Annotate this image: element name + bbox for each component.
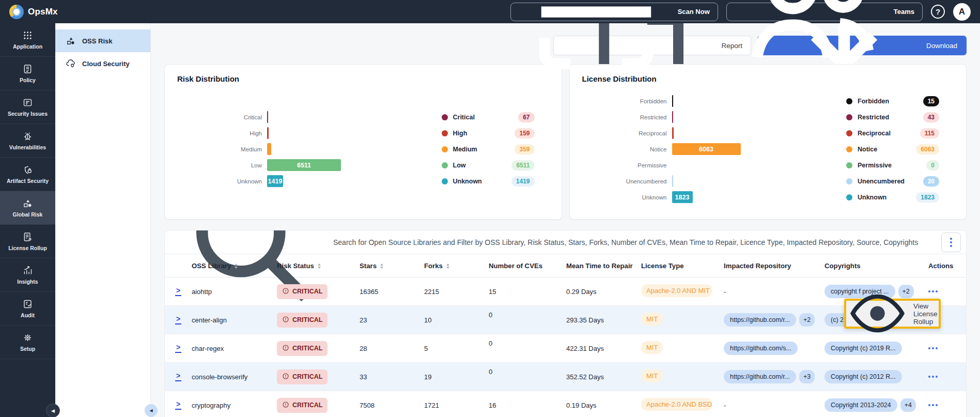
oss-library-cell: console-browserify (192, 373, 277, 381)
license-distribution-bars: Forbidden Restricted Reciprocal Notice 6… (570, 95, 847, 203)
help-button[interactable]: ? (931, 5, 945, 19)
sidebar-nav: Application Policy Security Issues Vulne… (0, 23, 55, 417)
column-header-actions: Actions (925, 262, 966, 270)
row-expand-chevron-icon[interactable]: > (175, 400, 181, 410)
sort-icon[interactable] (235, 264, 238, 269)
alert-circle-icon (282, 373, 289, 381)
legend-count-badge: 159 (515, 128, 534, 138)
actions-cell (925, 347, 966, 349)
column-header-forks[interactable]: Forks (424, 262, 489, 270)
row-expand-chevron-icon[interactable]: > (175, 344, 181, 353)
table-menu-button[interactable] (941, 233, 961, 252)
column-header-stars[interactable]: Stars (360, 262, 424, 270)
repo-more-pill[interactable]: +2 (799, 313, 815, 327)
impacted-repo-cell: https://github.com/s... (724, 342, 825, 355)
legend-reciprocal: Reciprocal 115 (846, 128, 939, 139)
column-header-license-type: License Type (641, 262, 724, 270)
legend-unknown: Unknown 1823 (846, 192, 939, 203)
insights-icon (22, 265, 33, 276)
copyrights-cell: Copyright (c) 2012 R... (825, 370, 925, 383)
actions-cell (925, 404, 966, 406)
cloud-shield-icon (66, 58, 76, 69)
oss-library-cell: center-align (192, 316, 277, 324)
legend-dot-icon (846, 178, 852, 184)
sidebar-item-application[interactable]: Application (0, 23, 55, 57)
scan-now-button[interactable]: Scan Now (510, 3, 718, 21)
copyright-pill[interactable]: Copyright 2013-2024 (825, 398, 897, 412)
subnav-item-cloud-security[interactable]: Cloud Security (55, 52, 150, 75)
license-type-cell: Apache-2.0 AND BSD (641, 398, 724, 412)
repo-pill[interactable]: https://github.com/r... (724, 313, 796, 327)
brand-name: OpsMx (28, 7, 58, 17)
avatar[interactable]: A (953, 3, 971, 21)
table-row-console-browserify: > console-browserify CRITICAL 33 19 0 35… (165, 363, 966, 391)
legend-count-badge: 1823 (916, 192, 939, 203)
critical-badge: CRITICAL (277, 369, 328, 384)
legend-critical: Critical 67 (442, 112, 535, 123)
sidebar-item-vulnerabilities[interactable]: Vulnerabilities (0, 124, 55, 158)
teams-icon (735, 0, 890, 89)
sidebar-collapse-button[interactable]: ◀ (46, 404, 60, 417)
copyright-pill[interactable]: Copyright (c) 2012 R... (825, 370, 902, 383)
row-expand-chevron-icon[interactable]: > (175, 287, 181, 296)
scan-icon (519, 0, 674, 89)
sidebar-item-artifact-security[interactable]: Artifact Security (0, 158, 55, 191)
sidebar-item-global-risk[interactable]: Global Risk (0, 191, 55, 225)
bug-icon (22, 131, 33, 142)
license-type-cell: Apache-2.0 AND MIT (641, 284, 724, 299)
legend-restricted: Restricted 43 (846, 112, 939, 123)
sort-icon[interactable] (318, 264, 321, 269)
search-input[interactable] (333, 238, 936, 246)
legend-count-badge: 43 (923, 112, 939, 122)
alert-circle-icon (282, 287, 289, 296)
legend-count-badge: 6063 (916, 144, 939, 155)
legend-dot-icon (846, 162, 852, 168)
sidebar-item-policy[interactable]: Policy (0, 57, 55, 90)
legend-count-badge: 15 (923, 96, 939, 106)
sidebar-item-audit[interactable]: Audit (0, 292, 55, 326)
column-header-risk-status[interactable]: Risk Status (277, 262, 360, 270)
sidebar-item-license-rollup[interactable]: License Rollup (0, 225, 55, 258)
forks-cell: 10 (424, 316, 489, 324)
table-search-row (165, 230, 966, 254)
sidebar-item-security-issues[interactable]: Security Issues (0, 90, 55, 124)
bar-notice: Notice 6063 (589, 143, 847, 155)
cves-cell: 0 (489, 363, 566, 376)
row-actions-button[interactable] (928, 376, 938, 378)
sort-icon[interactable] (380, 264, 383, 269)
legend-forbidden: Forbidden 15 (846, 96, 939, 107)
teams-button[interactable]: Teams (726, 3, 923, 21)
oss-library-cell: aiohttp (192, 288, 277, 296)
sort-icon[interactable] (446, 264, 449, 269)
policy-icon (22, 64, 33, 75)
bar-low: Low 6511 (184, 159, 442, 171)
copyright-more-pill[interactable]: +4 (900, 398, 916, 412)
mttr-cell: 293.35 Days (566, 316, 641, 324)
column-header-number-of-cves: Number of CVEs (489, 262, 566, 270)
repo-pill[interactable]: https://github.com/r... (724, 370, 796, 383)
eye-icon (846, 282, 909, 345)
row-actions-button[interactable] (928, 404, 938, 406)
subnav-item-oss-risk[interactable]: OSS Risk (55, 29, 150, 52)
risk-distribution-legend: Critical 67 High 159 Medium 359 Low 6511… (442, 112, 535, 187)
sidebar-item-insights[interactable]: Insights (0, 258, 55, 292)
cves-cell: 0 (489, 334, 566, 347)
copyrights-cell: Copyright 2013-2024 +4 (825, 398, 925, 412)
legend-count-badge: 20 (923, 176, 939, 187)
stars-cell: 33 (360, 373, 424, 381)
subnav-collapse-button[interactable]: ◀ (145, 404, 158, 417)
repo-more-pill[interactable]: +3 (799, 370, 815, 383)
sidebar-item-setup[interactable]: Setup (0, 326, 55, 359)
actions-cell (925, 376, 966, 378)
view-license-rollup-tooltip[interactable]: View License Rollup (844, 299, 941, 329)
row-actions-button[interactable] (928, 347, 938, 349)
repo-pill[interactable]: https://github.com/s... (724, 342, 798, 355)
shapes-icon (22, 198, 33, 209)
table-row-cryptography: > cryptography CRITICAL 7508 1721 16 0.1… (165, 391, 966, 417)
subnav: OSS Risk Cloud Security (55, 23, 151, 417)
bar-unencumbered: Unencumbered (589, 175, 847, 187)
row-expand-chevron-icon[interactable]: > (175, 372, 181, 381)
row-actions-button[interactable] (928, 290, 938, 292)
row-expand-chevron-icon[interactable]: > (175, 315, 181, 325)
column-header-oss-library[interactable]: OSS Library (192, 262, 277, 270)
